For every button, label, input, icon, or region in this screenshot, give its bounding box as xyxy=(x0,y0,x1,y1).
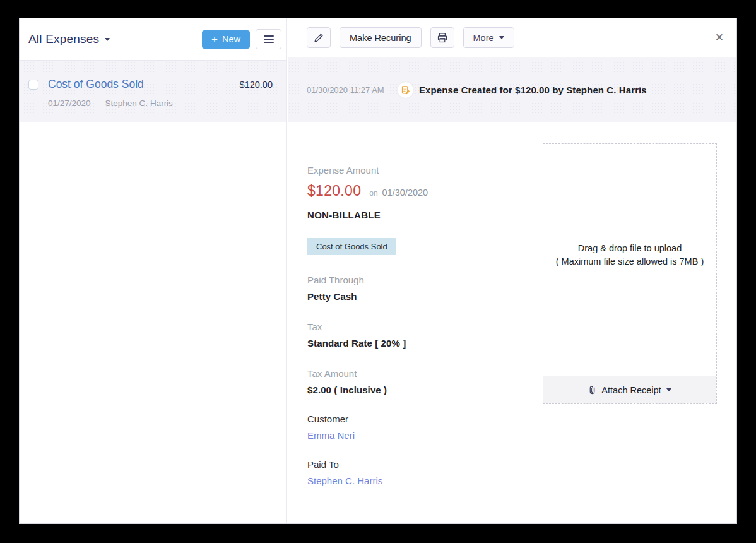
expense-amount-label: Expense Amount xyxy=(307,165,541,176)
more-button[interactable]: More xyxy=(463,27,514,48)
expense-row-amount: $120.00 xyxy=(240,80,273,90)
billable-status: NON-BILLABLE xyxy=(307,210,541,220)
chevron-down-icon xyxy=(105,38,110,41)
receipt-dropzone[interactable]: Drag & drop file to upload ( Maximum fil… xyxy=(543,143,717,404)
more-label: More xyxy=(473,33,494,43)
dropzone-hint-line1: Drag & drop file to upload xyxy=(543,242,716,255)
expense-row-payee: Stephen C. Harris xyxy=(105,98,173,108)
edit-button[interactable] xyxy=(307,27,331,48)
list-title-dropdown[interactable]: All Expenses xyxy=(28,32,110,46)
printer-icon xyxy=(437,32,448,44)
paid-through-value: Petty Cash xyxy=(307,291,541,302)
attach-receipt-button[interactable]: Attach Receipt xyxy=(543,376,716,403)
make-recurring-button[interactable]: Make Recuring xyxy=(340,27,422,48)
tax-amount-label: Tax Amount xyxy=(307,368,541,379)
chevron-down-icon xyxy=(666,388,671,391)
dropzone-hint: Drag & drop file to upload ( Maximum fil… xyxy=(543,242,716,268)
hamburger-icon xyxy=(264,35,274,44)
history-timestamp: 01/30/2020 11:27 AM xyxy=(307,85,397,95)
close-icon[interactable]: ✕ xyxy=(715,32,724,43)
expense-amount-value: $120.00 xyxy=(307,182,361,200)
detail-toolbar: Make Recuring More ✕ xyxy=(288,18,736,57)
print-button[interactable] xyxy=(430,27,454,48)
list-header-actions: + New xyxy=(202,29,281,49)
history-section: 01/30/2020 11:27 AM Expense Created for … xyxy=(288,57,736,122)
new-button-label: New xyxy=(222,34,240,44)
tax-label: Tax xyxy=(307,321,541,332)
note-icon xyxy=(397,81,414,98)
attach-receipt-label: Attach Receipt xyxy=(601,385,661,395)
tax-amount-value: $2.00 ( Inclusive ) xyxy=(307,385,541,395)
dropzone-hint-line2: ( Maximum file size allowed is 7MB ) xyxy=(543,255,716,268)
page-title: All Expenses xyxy=(28,32,99,46)
new-expense-button[interactable]: + New xyxy=(202,30,250,49)
expense-date-value: 01/30/2020 xyxy=(382,188,428,198)
plus-icon: + xyxy=(211,34,218,45)
history-entry-text: Expense Created for $120.00 by Stephen C… xyxy=(419,85,647,95)
pencil-icon xyxy=(313,32,324,44)
expense-title-link[interactable]: Cost of Goods Sold xyxy=(48,78,144,91)
row-checkbox[interactable] xyxy=(28,80,38,90)
paid-to-label: Paid To xyxy=(307,459,541,470)
on-word: on xyxy=(369,189,377,198)
list-item-body: Cost of Goods Sold $120.00 01/27/2020 St… xyxy=(48,78,273,122)
paid-through-label: Paid Through xyxy=(307,275,541,285)
make-recurring-label: Make Recuring xyxy=(350,33,411,43)
expense-row-date: 01/27/2020 xyxy=(48,98,91,108)
chevron-down-icon xyxy=(499,36,504,39)
tax-value: Standard Rate [ 20% ] xyxy=(307,338,541,349)
expense-fields: Expense Amount $120.00 on 01/30/2020 NON… xyxy=(307,143,541,486)
expense-list-panel: All Expenses + New Cost of Goods Sold $1… xyxy=(20,18,287,523)
paperclip-icon xyxy=(588,385,596,395)
list-header: All Expenses + New xyxy=(20,18,286,61)
expense-detail-panel: Make Recuring More ✕ 01/30/2020 11:27 AM… xyxy=(288,18,736,523)
expense-list-item[interactable]: Cost of Goods Sold $120.00 01/27/2020 St… xyxy=(20,61,286,122)
category-tag: Cost of Goods Sold xyxy=(307,238,396,255)
sub-divider xyxy=(98,98,98,108)
list-menu-button[interactable] xyxy=(256,29,281,49)
app-window: All Expenses + New Cost of Goods Sold $1… xyxy=(19,18,737,524)
paid-to-link[interactable]: Stephen C. Harris xyxy=(307,475,541,486)
customer-label: Customer xyxy=(307,414,541,424)
customer-link[interactable]: Emma Neri xyxy=(307,430,541,441)
